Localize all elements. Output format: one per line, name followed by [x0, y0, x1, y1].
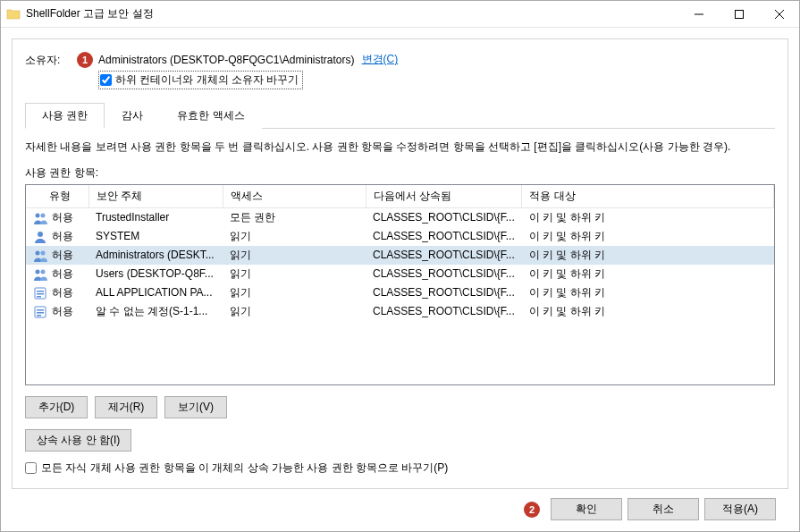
- cancel-button[interactable]: 취소: [627, 498, 699, 520]
- tabstrip: 사용 권한 감사 유효한 액세스: [25, 102, 775, 129]
- table-row[interactable]: 허용SYSTEM읽기CLASSES_ROOT\CLSID\{F...이 키 및 …: [26, 227, 774, 246]
- row-applies: 이 키 및 하위 키: [522, 207, 774, 227]
- row-type: 허용: [52, 249, 73, 261]
- apply-button[interactable]: 적용(A): [704, 498, 776, 520]
- row-access: 모든 권한: [223, 207, 366, 227]
- row-inherited: CLASSES_ROOT\CLSID\{F...: [366, 207, 522, 227]
- maximize-button[interactable]: [719, 1, 759, 28]
- row-inherited: CLASSES_ROOT\CLSID\{F...: [366, 302, 522, 321]
- row-applies: 이 키 및 하위 키: [522, 265, 774, 283]
- row-type: 허용: [52, 305, 73, 317]
- row-applies: 이 키 및 하위 키: [522, 246, 774, 265]
- row-inherited: CLASSES_ROOT\CLSID\{F...: [366, 227, 522, 246]
- close-button[interactable]: [759, 1, 799, 28]
- col-principal[interactable]: 보안 주체: [88, 185, 223, 208]
- row-applies: 이 키 및 하위 키: [522, 227, 774, 246]
- table-header-row: 유형 보안 주체 액세스 다음에서 상속됨 적용 대상: [26, 185, 774, 208]
- remove-button[interactable]: 제거(R): [95, 396, 157, 418]
- inner-panel: 소유자: 1 Administrators (DESKTOP-Q8FQGC1\A…: [12, 38, 788, 489]
- close-icon: [775, 10, 784, 19]
- replace-owner-checkbox[interactable]: [100, 74, 112, 86]
- svg-rect-15: [37, 315, 41, 317]
- svg-point-2: [41, 213, 46, 217]
- row-principal: TrustedInstaller: [88, 207, 223, 227]
- svg-rect-0: [735, 10, 743, 18]
- security-dialog: ShellFolder 고급 보안 설정 소유자: 1 Administrato…: [0, 0, 800, 532]
- col-inherited[interactable]: 다음에서 상속됨: [366, 185, 522, 208]
- replace-all-label: 모든 자식 개체 사용 권한 항목을 이 개체의 상속 가능한 사용 권한 항목…: [41, 460, 448, 476]
- row-inherited: CLASSES_ROOT\CLSID\{F...: [366, 265, 522, 283]
- row-applies: 이 키 및 하위 키: [522, 302, 774, 321]
- folder-icon: [6, 7, 21, 21]
- svg-point-6: [36, 269, 40, 274]
- tab-auditing[interactable]: 감사: [105, 103, 160, 129]
- window-title: ShellFolder 고급 보안 설정: [26, 6, 678, 21]
- list-buttons: 추가(D) 제거(R) 보기(V): [25, 396, 775, 418]
- maximize-icon: [735, 10, 744, 19]
- row-type: 허용: [52, 230, 73, 242]
- svg-point-4: [36, 250, 40, 255]
- svg-rect-13: [37, 309, 44, 311]
- svg-rect-14: [37, 312, 44, 314]
- replace-all-checkbox[interactable]: [25, 462, 37, 474]
- row-applies: 이 키 및 하위 키: [522, 283, 774, 302]
- table-row[interactable]: 허용Administrators (DESKT...읽기CLASSES_ROOT…: [26, 246, 774, 265]
- col-access[interactable]: 액세스: [223, 185, 366, 208]
- svg-rect-10: [37, 293, 44, 295]
- row-principal: Users (DESKTOP-Q8F...: [88, 265, 223, 283]
- row-access: 읽기: [223, 302, 366, 321]
- dialog-footer: 2 확인 취소 적용(A): [12, 489, 788, 520]
- row-principal: Administrators (DESKT...: [88, 246, 223, 265]
- svg-point-7: [41, 269, 46, 274]
- change-owner-link[interactable]: 변경(C): [362, 52, 399, 67]
- svg-rect-11: [37, 296, 41, 298]
- row-principal: ALL APPLICATION PA...: [88, 283, 223, 302]
- table-row[interactable]: 허용ALL APPLICATION PA...읽기CLASSES_ROOT\CL…: [26, 283, 774, 302]
- list-label: 사용 권한 항목:: [25, 165, 775, 181]
- disable-inheritance-button[interactable]: 상속 사용 안 함(I): [25, 429, 131, 452]
- replace-all-checkbox-wrap[interactable]: 모든 자식 개체 사용 권한 항목을 이 개체의 상속 가능한 사용 권한 항목…: [25, 460, 775, 476]
- minimize-icon: [695, 10, 703, 19]
- minimize-button[interactable]: [678, 1, 719, 28]
- row-principal: SYSTEM: [88, 227, 223, 246]
- row-access: 읽기: [223, 246, 366, 265]
- permission-list[interactable]: 유형 보안 주체 액세스 다음에서 상속됨 적용 대상 허용TrustedIns…: [25, 184, 775, 385]
- table-row[interactable]: 허용Users (DESKTOP-Q8F...읽기CLASSES_ROOT\CL…: [26, 265, 774, 283]
- row-access: 읽기: [223, 227, 366, 246]
- svg-point-5: [41, 250, 46, 255]
- owner-value: Administrators (DESKTOP-Q8FQGC1\Administ…: [98, 54, 355, 66]
- row-access: 읽기: [223, 283, 366, 302]
- annotation-marker-1: 1: [77, 52, 93, 68]
- ok-button[interactable]: 확인: [551, 498, 622, 520]
- add-button[interactable]: 추가(D): [25, 396, 88, 418]
- tab-permissions[interactable]: 사용 권한: [25, 103, 105, 129]
- row-type: 허용: [52, 211, 73, 224]
- svg-point-1: [36, 213, 40, 217]
- row-inherited: CLASSES_ROOT\CLSID\{F...: [366, 246, 522, 265]
- replace-owner-checkbox-wrap[interactable]: 하위 컨테이너와 개체의 소유자 바꾸기: [98, 71, 303, 89]
- row-inherited: CLASSES_ROOT\CLSID\{F...: [366, 283, 522, 302]
- row-type: 허용: [52, 267, 73, 280]
- owner-row: 소유자: 1 Administrators (DESKTOP-Q8FQGC1\A…: [25, 52, 775, 89]
- help-text: 자세한 내용을 보려면 사용 권한 항목을 두 번 클릭하십시오. 사용 권한 …: [25, 139, 775, 155]
- svg-rect-9: [37, 291, 44, 292]
- row-access: 읽기: [223, 265, 366, 283]
- annotation-marker-2: 2: [524, 502, 540, 518]
- table-row[interactable]: 허용알 수 없는 계정(S-1-1...읽기CLASSES_ROOT\CLSID…: [26, 302, 774, 321]
- col-type[interactable]: 유형: [26, 185, 88, 208]
- titlebar: ShellFolder 고급 보안 설정: [1, 1, 799, 28]
- replace-owner-label: 하위 컨테이너와 개체의 소유자 바꾸기: [115, 72, 299, 88]
- tab-effective-access[interactable]: 유효한 액세스: [160, 103, 261, 129]
- view-button[interactable]: 보기(V): [164, 396, 227, 418]
- row-principal: 알 수 없는 계정(S-1-1...: [88, 302, 223, 321]
- table-row[interactable]: 허용TrustedInstaller모든 권한CLASSES_ROOT\CLSI…: [26, 207, 774, 227]
- content-area: 소유자: 1 Administrators (DESKTOP-Q8FQGC1\A…: [1, 28, 799, 531]
- col-applies[interactable]: 적용 대상: [522, 185, 774, 208]
- owner-label: 소유자:: [25, 52, 77, 68]
- inherit-buttons: 상속 사용 안 함(I): [25, 429, 775, 452]
- svg-point-3: [38, 232, 43, 237]
- row-type: 허용: [52, 286, 73, 299]
